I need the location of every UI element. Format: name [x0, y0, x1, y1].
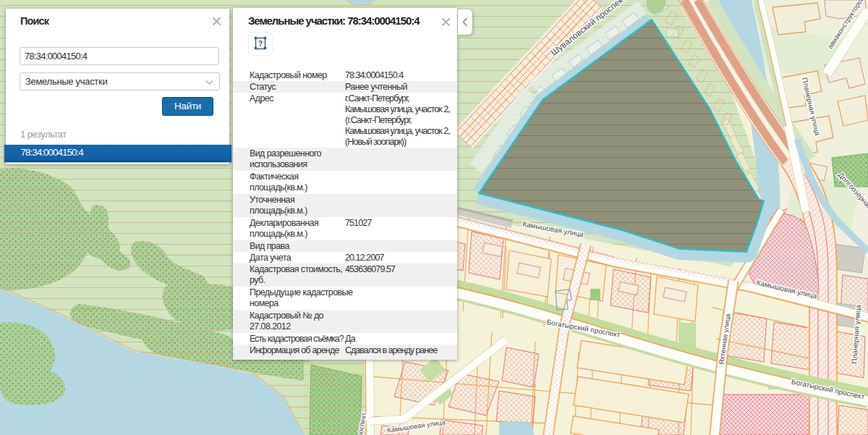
- svg-text:?: ?: [258, 40, 263, 48]
